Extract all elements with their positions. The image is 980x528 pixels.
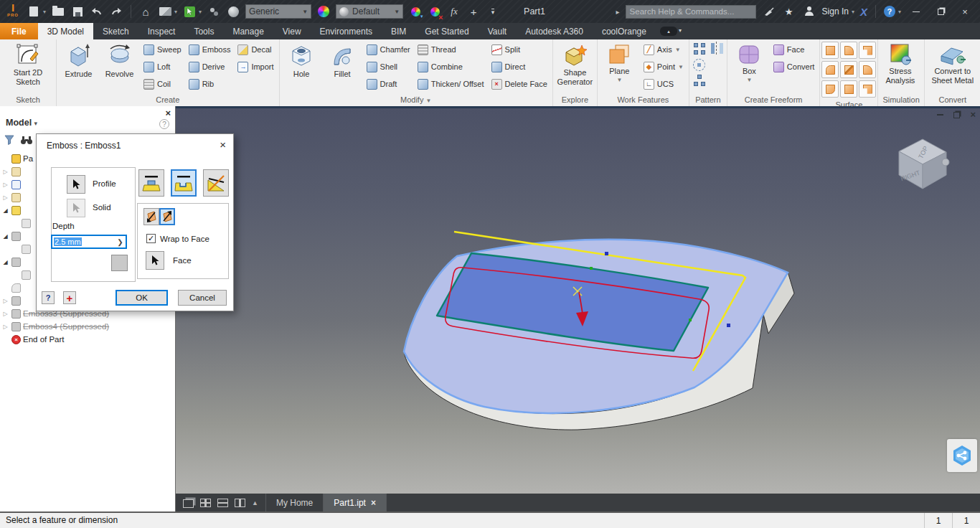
engrave-button[interactable] [171, 169, 197, 197]
expand-icon[interactable]: ▷ [1, 311, 9, 317]
vertex-marker[interactable] [605, 252, 608, 255]
select-dropdown[interactable]: ▾ [199, 9, 202, 15]
panel-title-modify[interactable]: Modify ▼ [280, 95, 552, 106]
tree-item-end-of-part[interactable]: ×End of Part [11, 333, 174, 346]
tab-my-home[interactable]: My Home [266, 494, 324, 512]
chamfer-button[interactable]: Chamfer [364, 41, 413, 58]
tree-item-emboss4[interactable]: ▷Emboss4 (Suppressed) [1, 320, 174, 333]
browser-help-icon[interactable]: ? [159, 119, 169, 129]
expand-icon[interactable]: ▷ [1, 324, 9, 330]
expand-icon[interactable]: ▷ [1, 182, 9, 188]
new-file-button[interactable] [27, 4, 41, 19]
import-button[interactable]: →Import [235, 58, 276, 75]
tile-windows-icon[interactable] [200, 499, 211, 507]
axis-button[interactable]: ╱Axis ▼ [641, 41, 687, 58]
tab-view[interactable]: View [273, 23, 311, 39]
midpoint-marker[interactable] [689, 319, 692, 321]
open-button[interactable] [51, 4, 65, 19]
wrap-to-face-checkbox[interactable]: ✓ [146, 234, 156, 243]
surface-boundary-button[interactable] [821, 61, 839, 78]
thread-button[interactable]: Thread [415, 41, 487, 58]
tab-environments[interactable]: Environments [311, 23, 382, 39]
doc-close-button[interactable]: × [970, 111, 976, 118]
rectangular-pattern-button[interactable] [693, 42, 707, 56]
surface-sculpt-button[interactable] [859, 61, 876, 78]
view-cube[interactable]: TOP RIGHT [890, 128, 958, 197]
home-view-button[interactable]: ⌂ [138, 4, 153, 19]
derive-button[interactable]: Derive [186, 58, 234, 75]
panel-title-sketch[interactable]: Sketch [0, 95, 56, 106]
panel-title-pattern[interactable]: Pattern [689, 95, 727, 106]
find-binoculars-icon[interactable] [20, 136, 33, 145]
panel-title-convert[interactable]: Convert [925, 95, 980, 106]
panel-title-simulation[interactable]: Simulation [878, 95, 923, 106]
panel-title-create-freeform[interactable]: Create Freeform [727, 95, 820, 106]
tab-inspect[interactable]: Inspect [138, 23, 185, 39]
freeform-face-button[interactable]: Face [771, 41, 818, 58]
direction-1-button[interactable] [143, 208, 159, 225]
ok-button[interactable]: OK [116, 290, 168, 306]
tab-3d-model[interactable]: 3D Model [38, 23, 93, 39]
expand-icon[interactable]: ▷ [1, 194, 9, 201]
doc-restore-button[interactable] [953, 112, 960, 118]
shell-button[interactable]: Shell [364, 58, 413, 75]
surface-patch-button[interactable] [840, 42, 857, 59]
dialog-close-button[interactable]: × [220, 138, 226, 151]
split-button[interactable]: Split [489, 41, 550, 58]
panel-title-create[interactable]: Create [57, 95, 279, 106]
sign-in-link[interactable]: Sign In [822, 6, 849, 16]
cancel-button[interactable]: Cancel [178, 290, 227, 306]
tab-get-started[interactable]: Get Started [415, 23, 478, 39]
capture-dropdown[interactable]: ▾ [679, 27, 682, 39]
ucs-button[interactable]: ∟UCS [641, 75, 687, 93]
color-wheel-button[interactable] [316, 4, 331, 19]
thicken-offset-button[interactable]: Thicken/ Offset [415, 75, 487, 93]
panel-title-work-features[interactable]: Work Features [598, 95, 689, 106]
revolve-button[interactable]: Revolve [100, 41, 139, 79]
mirror-button[interactable] [711, 43, 723, 54]
tab-part1-ipt[interactable]: Part1.ipt × [324, 494, 387, 512]
fillet-button[interactable]: Fillet [323, 41, 362, 79]
decal-button[interactable]: Decal [235, 41, 276, 58]
surface-ruled-button[interactable] [821, 80, 839, 98]
emboss-from-plane-button[interactable] [203, 169, 229, 197]
adjust-appearance-button[interactable] [408, 4, 423, 19]
new-file-dropdown[interactable]: ▾ [43, 9, 46, 15]
tab-tools[interactable]: Tools [184, 23, 223, 39]
expand-icon[interactable]: ▷ [1, 169, 9, 175]
tab-bim[interactable]: BIM [382, 23, 415, 39]
minimize-button[interactable] [907, 4, 925, 19]
emboss-button[interactable]: Emboss [186, 41, 234, 58]
convert-to-sheet-metal-button[interactable]: Convert to Sheet Metal [927, 41, 979, 85]
extrude-button[interactable]: Extrude [59, 41, 98, 79]
sweep-button[interactable]: Sweep [141, 41, 184, 58]
material-browser-button[interactable] [226, 4, 240, 19]
dialog-help-button[interactable]: ? [42, 291, 55, 304]
depth-input[interactable]: 2.5 mm ❯ [51, 235, 127, 249]
tab-sketch[interactable]: Sketch [93, 23, 138, 39]
exchange-apps-button[interactable]: X [860, 6, 867, 18]
appearance-selector[interactable]: Default ▼ [336, 4, 403, 19]
viewcube-corner-ball[interactable] [942, 159, 949, 166]
tab-file[interactable]: File [0, 23, 38, 39]
face-select-button[interactable] [146, 251, 164, 270]
favorites-button[interactable]: ★ [782, 4, 796, 19]
render-dropdown[interactable]: ▾ [174, 9, 177, 15]
select-button[interactable] [182, 4, 197, 19]
community-button[interactable] [762, 4, 776, 19]
midpoint-marker[interactable] [590, 267, 593, 270]
capture-icon[interactable]: ▴ [660, 27, 677, 36]
sign-in-dropdown[interactable]: ▾ [852, 9, 854, 15]
undo-button[interactable] [90, 4, 104, 19]
stress-analysis-button[interactable]: Stress Analysis [880, 41, 920, 85]
search-input[interactable]: Search Help & Commands... [626, 5, 756, 19]
filter-icon[interactable] [4, 135, 14, 145]
depth-flyout-arrow[interactable]: ❯ [115, 238, 126, 246]
tab-a360[interactable]: Autodesk A360 [516, 23, 593, 39]
start-2d-sketch-button[interactable]: Start 2D Sketch [2, 41, 54, 86]
direct-button[interactable]: Direct [489, 58, 550, 75]
help-button[interactable]: ? [884, 6, 895, 17]
freeform-box-button[interactable]: Box ▼ [730, 41, 769, 83]
surface-extend-button[interactable] [859, 42, 876, 59]
direction-2-button[interactable] [159, 208, 175, 225]
